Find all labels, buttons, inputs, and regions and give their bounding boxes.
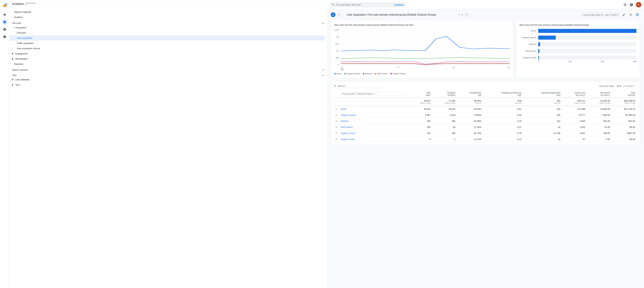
feedback-link[interactable]: Feedback [394,3,404,6]
legend-paid-search: Paid Search [375,73,388,75]
legend-organic-social: Organic Social [390,73,406,75]
reports-icon-btn[interactable] [1,19,8,25]
main-content: A + User acquisition: First user primary… [327,10,644,288]
col-avg-engagement-header[interactable]: Average engagementtime [524,90,562,98]
search-icon [332,3,335,6]
nav-sidebar: Analytics All accounts ▾ Reports snapsho… [10,0,327,288]
bar-row-organic-social: Organic Social [520,56,636,60]
rows-per-page: Rows per page: 10 25 50 1-10 of 10 ‹ › [600,85,637,87]
sidebar-item-user-acquisition[interactable]: User acquisition [10,36,325,41]
search-box[interactable]: Feedback [330,2,406,8]
svg-point-2 [6,6,6,7]
share-icon-btn[interactable] [628,12,633,18]
date-range-selector[interactable]: Last 28 days Mar 10 – Apr 6, 2024 ▾ [582,13,620,17]
col-dimension-header[interactable]: First user prim...Channel Group) ▾ ↓ + [339,90,408,98]
table-row: 3 Referral 554 466 66.48% 0.78 22s 5,930… [334,118,637,124]
apps-icon[interactable] [623,3,627,7]
topbar: Feedback G [327,0,644,10]
add-comparison-btn[interactable]: + [337,13,342,17]
col-rank-header [334,90,339,98]
col-key-events-header[interactable]: Key eventsAll events ▾ [587,90,612,98]
bar-row-paid-search: Paid Search [520,49,636,53]
col-engaged-sessions-header[interactable]: Engagedsessions [432,90,457,98]
legend-referral: Referral [363,73,372,75]
edit-icon-btn[interactable] [621,12,626,18]
bar-row-direct: Direct [520,29,636,33]
compare-icon-btn[interactable] [634,12,640,18]
totals-row: 36,813100% of total 27,355100% of total … [334,98,637,106]
table-row: 5 Organic Social 187 180 62.72% 0.78 1m … [334,130,637,136]
add-metric-btn[interactable]: + [464,13,469,17]
sidebar-item-overview[interactable]: Overview [10,30,325,36]
icon-sidebar [0,0,10,288]
legend-organic-search: Organic Search [344,73,360,75]
legend-direct: Direct [334,73,342,75]
sidebar-item-tech[interactable]: ▶ Tech [10,82,327,87]
ga-logo [2,3,7,8]
user-section-header[interactable]: User ▲ [10,72,327,77]
table-toolbar: Rows per page: 10 25 50 1-10 of 10 ‹ › [334,84,637,88]
bar-chart-container: Direct Organic Search Referral Paid Sear… [520,29,636,60]
bar-chart-title: New users by First user primary channel … [520,24,636,26]
sidebar-item-engagement[interactable]: ▶ Engagement [10,51,327,56]
col-event-count-header[interactable]: Event countAll events ▾ [562,90,587,98]
sidebar-item-retention[interactable]: Retention [10,61,325,67]
line-chart-svg [341,29,510,66]
rows-per-page-select[interactable]: 10 25 50 [616,85,622,87]
sidebar-item-monetization[interactable]: ▶ Monetization [10,56,327,61]
sidebar-item-traffic-acquisition[interactable]: Traffic acquisition [10,41,325,46]
line-chart-area: 2.5K 2K 1.5K 1K 500 0 [334,29,510,75]
svg-rect-3 [6,3,6,6]
lifecycle-section-header[interactable]: Life cycle ▲ [10,20,327,25]
col-esp-user-header[interactable]: Engaged sessions peruser [483,90,524,98]
page-title: User acquisition: First user primary cha… [347,13,457,16]
line-chart-title: New users by First user primary channel … [334,24,510,26]
bar-chart-card: New users by First user primary channel … [516,20,640,78]
table-row: 4 Paid Search 365 80 17.54% 0.21 6s 1,82… [334,124,637,130]
all-accounts-btn[interactable]: All accounts ▾ [26,2,36,6]
user-avatar[interactable]: G [636,2,641,8]
bar-row-referral: Referral [520,42,636,46]
verified-icon: ✓ [458,13,460,17]
svg-rect-1 [4,4,5,7]
line-chart-legend: Direct Organic Search Referral Paid Sear… [334,73,510,75]
col-engagement-rate-header[interactable]: Engagementrate [457,90,483,98]
help-icon[interactable] [630,3,633,7]
page-avatar: A [331,13,336,17]
home-icon-btn[interactable] [1,11,8,18]
pagination-info: 1-10 of 10 [623,85,633,87]
svg-rect-0 [3,5,4,7]
sidebar-item-acquisition[interactable]: ▾ Acquisition [10,25,325,30]
app-title: Analytics [12,2,24,6]
main-area: Feedback G A + User acquisition: First u… [327,0,644,288]
title-dropdown-icon[interactable]: ▾ [462,14,463,16]
pagination-next[interactable]: › [636,85,637,87]
bar-row-organic-search: Organic Search [520,36,636,40]
sidebar-item-reports-snapshot[interactable]: Reports snapshot [10,10,325,15]
sidebar-item-realtime[interactable]: Realtime [10,15,325,20]
topbar-right: G [623,2,641,8]
charts-row: New users by First user primary channel … [331,20,640,78]
toolbar-icons [621,12,640,18]
data-table-card: Rows per page: 10 25 50 1-10 of 10 ‹ › [331,81,640,145]
table-row: 2 Organic Search 5,387 5,243 73.86% 0.92… [334,112,637,118]
data-table: First user prim...Channel Group) ▾ ↓ + N… [334,90,637,142]
search-input[interactable] [336,3,393,6]
explore-icon-btn[interactable] [1,26,8,33]
table-row: 6 Organic Video 9 1 11.11% 0.11 3s 47 2.… [334,136,637,142]
table-search-box[interactable] [334,84,384,88]
page-header: A + User acquisition: First user primary… [331,12,640,18]
sidebar-navigation: Reports snapshot Realtime Life cycle ▲ ▾… [10,8,327,89]
table-search-icon [334,85,336,87]
table-row: 1 Direct 30,301 20,870 43.55% 0.61 34s 4… [334,106,637,112]
table-search-input[interactable] [338,85,367,87]
sidebar-item-user-attributes[interactable]: ▶ User attributes [10,77,327,82]
col-new-users-header[interactable]: Newusers [408,90,432,98]
sidebar-item-user-acquisition-cohorts[interactable]: User acquisition cohorts [10,46,325,51]
col-total-revenue-header[interactable]: Totalrevenue [612,90,637,98]
advertising-icon-btn[interactable] [1,33,8,40]
pagination-prev[interactable]: ‹ [634,85,635,87]
bar-chart-x-labels: 010K20K30K [538,60,636,63]
line-chart-card: New users by First user primary channel … [331,20,513,78]
search-console-section-header[interactable]: Search Console ▼ [10,67,327,72]
